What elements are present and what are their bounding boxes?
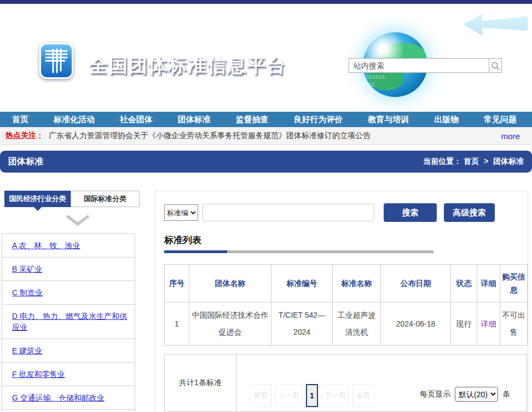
per-page-group: 每页显示 默认(20) 条	[420, 387, 510, 402]
per-page-select[interactable]: 默认(20)	[455, 387, 498, 402]
category-item-d[interactable]: D 电力、热力、燃气及水生产和供应业	[2, 305, 135, 339]
search-icon	[490, 61, 500, 71]
nav-item-standardization-activities[interactable]: 标准化活动	[54, 115, 95, 125]
breadcrumb-current: 团体标准	[493, 157, 524, 165]
col-header-purchase: 购买信息	[500, 265, 528, 302]
nav-item-good-behavior[interactable]: 良好行为评价	[293, 115, 343, 125]
nav-item-group-standards[interactable]: 团体标准	[178, 115, 211, 125]
hot-news-label: 热点关注：	[5, 131, 44, 141]
more-link[interactable]: more	[501, 131, 520, 141]
col-header-date: 公布日期	[381, 265, 451, 302]
breadcrumb-separator: >	[484, 157, 488, 165]
list-title-rule	[164, 250, 433, 253]
pagination-controls: 首页 上一页 1 下一页 末页 每页显示 默认(20) 条	[236, 354, 527, 411]
cell-purchase: 不可出售	[500, 302, 528, 346]
binary-decoration: 00010101010 01010001 01000101 1000110	[349, 74, 385, 105]
light-dot	[308, 52, 311, 55]
hot-news-headline-link[interactable]: 广东省人力资源管理协会关于《小微企业劳动关系事务托管服务规范》团体标准修订的立项…	[49, 131, 371, 141]
cell-date: 2024-06-18	[381, 302, 451, 346]
last-page-button[interactable]: 末页	[352, 384, 374, 407]
sidebar: 国民经济行业分类 国际标准分类 A 农、林、牧、渔业 B 采矿业 C 制造业 D…	[0, 191, 155, 412]
chevron-down-icon	[65, 214, 90, 226]
site-logo	[39, 43, 73, 79]
prev-page-button[interactable]: 上一页	[275, 384, 302, 407]
next-page-button[interactable]: 下一页	[322, 384, 349, 407]
category-item-c[interactable]: C 制造业	[2, 281, 135, 305]
col-header-code: 标准编号	[271, 265, 333, 302]
main-panel: 标准编号 搜索 高级搜索 标准列表 序号 团体名称 标准编号 标准名称 公布日期	[155, 191, 528, 412]
light-dot	[247, 25, 251, 28]
search-field-select[interactable]: 标准编号	[164, 204, 198, 221]
content-area: 国民经济行业分类 国际标准分类 A 农、林、牧、渔业 B 采矿业 C 制造业 D…	[0, 173, 532, 412]
col-header-detail: 详细	[477, 265, 500, 302]
standard-search-row: 标准编号 搜索 高级搜索	[164, 203, 528, 222]
light-dot	[164, 20, 167, 24]
nav-item-education[interactable]: 教育与培训	[368, 115, 409, 125]
per-page-label: 每页显示	[420, 390, 450, 399]
per-page-unit: 条	[502, 390, 510, 399]
section-header: 团体标准 当前位置： 首页 > 团体标准	[0, 151, 532, 173]
top-strip	[0, 0, 532, 4]
site-search-input[interactable]	[349, 58, 489, 73]
site-search	[349, 58, 502, 73]
detail-link[interactable]: 详细	[481, 319, 496, 328]
category-item-b[interactable]: B 采矿业	[2, 258, 135, 281]
category-item-a[interactable]: A 农、林、牧、渔业	[2, 234, 135, 258]
col-header-no: 序号	[165, 265, 189, 302]
table-header-row: 序号 团体名称 标准编号 标准名称 公布日期 状态 详细 购买信息	[165, 265, 528, 302]
cell-detail: 详细	[477, 302, 500, 346]
logo-glyph-icon	[44, 48, 68, 74]
category-list: A 农、林、牧、渔业 B 采矿业 C 制造业 D 电力、热力、燃气及水生产和供应…	[2, 233, 135, 412]
table-row: 1 中国国际经济技术合作促进会 T/CIET 542—2024 工业超声波清洗机…	[165, 302, 528, 346]
site-search-button[interactable]	[489, 58, 502, 73]
standard-query-input[interactable]	[203, 204, 374, 221]
total-count: 共计1条标准	[165, 354, 236, 411]
tab-national-economy-classification[interactable]: 国民经济行业分类	[4, 191, 71, 207]
light-dot	[393, 18, 396, 21]
cell-status: 现行	[451, 302, 477, 346]
site-title: 全国团体标准信息平台	[89, 53, 286, 78]
hot-news-bar: 热点关注： 广东省人力资源管理协会关于《小微企业劳动关系事务托管服务规范》团体标…	[0, 127, 532, 145]
tab-international-classification[interactable]: 国际标准分类	[71, 191, 140, 207]
nav-item-faq[interactable]: 常见问题	[484, 115, 517, 125]
standards-table: 序号 团体名称 标准编号 标准名称 公布日期 状态 详细 购买信息 1 中国国际…	[164, 264, 528, 346]
cell-org: 中国国际经济技术合作促进会	[189, 302, 271, 346]
advanced-search-button[interactable]: 高级搜索	[444, 203, 495, 222]
list-title-rule-accent	[164, 250, 227, 253]
nav-item-home[interactable]: 首页	[12, 115, 28, 125]
pagination-box: 共计1条标准 首页 上一页 1 下一页 末页 每页显示 默认(20) 条	[164, 354, 527, 412]
category-item-f[interactable]: F 批发和零售业	[2, 363, 135, 386]
category-item-e[interactable]: E 建筑业	[2, 339, 135, 363]
current-page-button[interactable]: 1	[306, 384, 318, 407]
cell-name: 工业超声波清洗机	[333, 302, 381, 346]
nav-item-supervision[interactable]: 监督抽查	[236, 115, 269, 125]
col-header-name: 标准名称	[333, 265, 381, 302]
col-header-org: 团体名称	[189, 265, 271, 302]
list-title: 标准列表	[164, 234, 528, 247]
breadcrumb-home-link[interactable]: 首页	[464, 157, 479, 165]
breadcrumb-label: 当前位置：	[423, 157, 461, 165]
nav-item-social-organizations[interactable]: 社会团体	[120, 115, 153, 125]
site-banner: 00010101010 01010001 01000101 1000110 全国…	[0, 4, 532, 112]
nav-item-publications[interactable]: 出版物	[434, 115, 459, 125]
breadcrumb: 当前位置： 首页 > 团体标准	[423, 157, 524, 167]
first-page-button[interactable]: 首页	[250, 384, 271, 407]
cell-no: 1	[165, 302, 189, 346]
cell-code: T/CIET 542—2024	[271, 302, 333, 346]
page-title: 团体标准	[8, 156, 43, 168]
col-header-status: 状态	[451, 265, 477, 302]
category-item-g[interactable]: G 交通运输、仓储和邮政业	[2, 386, 135, 410]
sidebar-tabs: 国民经济行业分类 国际标准分类	[4, 191, 155, 207]
search-button[interactable]: 搜索	[384, 203, 437, 222]
main-nav: 首页 标准化活动 社会团体 团体标准 监督抽查 良好行为评价 教育与培训 出版物…	[0, 112, 532, 127]
